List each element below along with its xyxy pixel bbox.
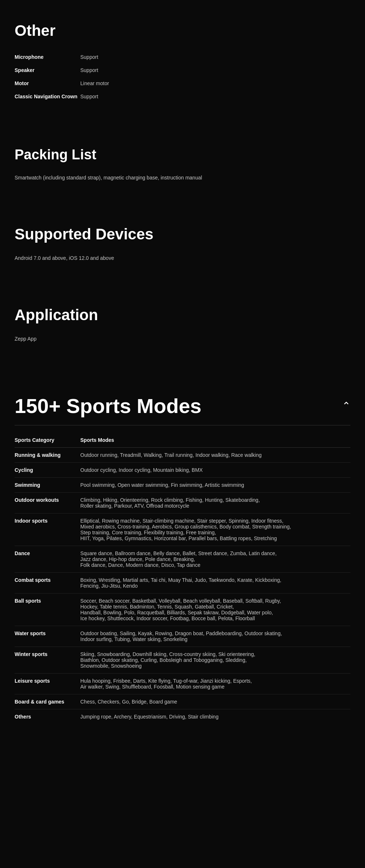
sports-title: 150+ Sports Modes: [15, 394, 201, 418]
sports-category-cell: Water sports: [15, 626, 80, 647]
packing-title: Packing List: [15, 147, 350, 163]
sports-row: Swimming Pool swimming, Open water swimm…: [15, 478, 350, 493]
devices-content: Android 7.0 and above, iOS 12.0 and abov…: [15, 254, 350, 262]
sports-category-cell: Indoor sports: [15, 513, 80, 546]
sports-modes-cell: Outdoor running, Treadmill, Walking, Tra…: [80, 448, 350, 463]
spec-row: Microphone Support: [15, 50, 350, 64]
sports-modes-cell: Square dance, Ballroom dance, Belly danc…: [80, 546, 350, 573]
sports-category-cell: Cycling: [15, 463, 80, 478]
packing-section: Packing List Smartwatch (including stand…: [15, 118, 350, 196]
sports-category-cell: Board & card games: [15, 694, 80, 709]
sports-section: 150+ Sports Modes ⌃ Sports Category Spor…: [15, 357, 350, 739]
sports-category-cell: Swimming: [15, 478, 80, 493]
other-title: Other: [15, 22, 350, 39]
sports-row: Indoor sports Elliptical, Rowing machine…: [15, 513, 350, 546]
chevron-up-icon[interactable]: ⌃: [342, 400, 350, 412]
sports-modes-cell: Elliptical, Rowing machine, Stair-climbi…: [80, 513, 350, 546]
sports-row: Leisure sports Hula hooping, Frisbee, Da…: [15, 674, 350, 694]
sports-modes-cell: Chess, Checkers, Go, Bridge, Board game: [80, 694, 350, 709]
sports-modes-cell: Soccer, Beach soccer, Basketball, Volley…: [80, 594, 350, 626]
sports-table-header-row: Sports Category Sports Modes: [15, 433, 350, 448]
spec-value: Support: [80, 64, 350, 77]
sports-table: Sports Category Sports Modes Running & w…: [15, 433, 350, 724]
application-content: Zepp App: [15, 335, 350, 343]
devices-section: Supported Devices Android 7.0 and above,…: [15, 196, 350, 277]
sports-category-cell: Dance: [15, 546, 80, 573]
sports-row: Others Jumping rope, Archery, Equestrian…: [15, 709, 350, 724]
sports-category-cell: Others: [15, 709, 80, 724]
sports-modes-cell: Skiing, Snowboarding, Downhill skiing, C…: [80, 647, 350, 674]
sports-category-cell: Leisure sports: [15, 674, 80, 694]
sports-category-cell: Ball sports: [15, 594, 80, 626]
sports-modes-cell: Outdoor cycling, Indoor cycling, Mountai…: [80, 463, 350, 478]
sports-modes-cell: Outdoor boating, Sailing, Kayak, Rowing,…: [80, 626, 350, 647]
sports-category-cell: Combat sports: [15, 573, 80, 594]
application-title: Application: [15, 306, 350, 324]
sports-modes-header: Sports Modes: [80, 433, 350, 448]
sports-category-cell: Outdoor workouts: [15, 493, 80, 513]
devices-title: Supported Devices: [15, 225, 350, 243]
application-section: Application Zepp App: [15, 277, 350, 357]
sports-row: Board & card games Chess, Checkers, Go, …: [15, 694, 350, 709]
spec-label: Speaker: [15, 64, 80, 77]
spec-row: Classic Navigation Crown Support: [15, 90, 350, 103]
spec-value: Linear motor: [80, 77, 350, 90]
sports-row: Dance Square dance, Ballroom dance, Bell…: [15, 546, 350, 573]
spec-row: Motor Linear motor: [15, 77, 350, 90]
sports-row: Outdoor workouts Climbing, Hiking, Orien…: [15, 493, 350, 513]
spec-label: Classic Navigation Crown: [15, 90, 80, 103]
spec-label: Motor: [15, 77, 80, 90]
packing-content: Smartwatch (including standard strap), m…: [15, 174, 350, 182]
sports-row: Combat sports Boxing, Wrestling, Martial…: [15, 573, 350, 594]
sports-row: Water sports Outdoor boating, Sailing, K…: [15, 626, 350, 647]
spec-row: Speaker Support: [15, 64, 350, 77]
spec-label: Microphone: [15, 50, 80, 64]
sports-category-header: Sports Category: [15, 433, 80, 448]
sports-category-cell: Winter sports: [15, 647, 80, 674]
spec-value: Support: [80, 50, 350, 64]
other-section: Other Microphone Support Speaker Support…: [15, 0, 350, 118]
sports-row: Running & walking Outdoor running, Tread…: [15, 448, 350, 463]
sports-modes-cell: Climbing, Hiking, Orienteering, Rock cli…: [80, 493, 350, 513]
sports-modes-cell: Jumping rope, Archery, Equestrianism, Dr…: [80, 709, 350, 724]
sports-category-cell: Running & walking: [15, 448, 80, 463]
sports-row: Cycling Outdoor cycling, Indoor cycling,…: [15, 463, 350, 478]
sports-row: Ball sports Soccer, Beach soccer, Basket…: [15, 594, 350, 626]
sports-modes-cell: Pool swimming, Open water swimming, Fin …: [80, 478, 350, 493]
sports-header[interactable]: 150+ Sports Modes ⌃: [15, 394, 350, 425]
spec-value: Support: [80, 90, 350, 103]
sports-modes-cell: Boxing, Wrestling, Martial arts, Tai chi…: [80, 573, 350, 594]
other-spec-table: Microphone Support Speaker Support Motor…: [15, 50, 350, 103]
sports-modes-cell: Hula hooping, Frisbee, Darts, Kite flyin…: [80, 674, 350, 694]
sports-row: Winter sports Skiing, Snowboarding, Down…: [15, 647, 350, 674]
